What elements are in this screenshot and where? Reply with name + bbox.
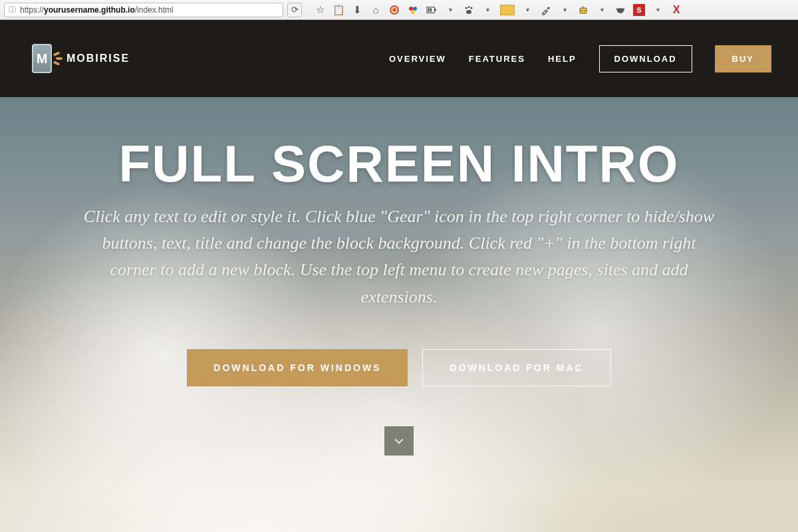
- url-prefix: https://: [20, 5, 44, 15]
- download-windows-button[interactable]: DOWNLOAD FOR WINDOWS: [187, 349, 408, 386]
- url-bar[interactable]: ⓘ https://yourusername.github.io/index.h…: [4, 3, 283, 17]
- clipboard-icon[interactable]: 📋: [332, 4, 344, 16]
- chevron-down-icon: [392, 434, 406, 448]
- dropdown-icon[interactable]: ▾: [444, 4, 456, 16]
- svg-point-5: [411, 10, 415, 14]
- x-badge-icon[interactable]: X: [670, 4, 682, 16]
- brand-name: MOBIRISE: [66, 53, 130, 65]
- paw-icon[interactable]: [463, 4, 475, 16]
- hero-buttons: DOWNLOAD FOR WINDOWS DOWNLOAD FOR MAC: [187, 349, 610, 386]
- nav-help[interactable]: HELP: [548, 54, 577, 64]
- mask-icon[interactable]: [614, 4, 626, 16]
- url-path: /index.html: [135, 5, 174, 15]
- nav-features[interactable]: FEATURES: [469, 54, 525, 64]
- brand-logo-letter: M: [32, 44, 52, 73]
- site-header: M MOBIRISE OVERVIEW FEATURES HELP DOWNLO…: [0, 20, 798, 97]
- brand-rays-icon: [55, 53, 61, 65]
- scroll-down-button[interactable]: [384, 426, 414, 456]
- svg-point-15: [581, 10, 583, 11]
- primary-nav: OVERVIEW FEATURES HELP DOWNLOAD BUY: [389, 45, 771, 72]
- duckduckgo-icon[interactable]: [388, 4, 400, 16]
- svg-rect-7: [428, 8, 430, 11]
- svg-point-13: [466, 10, 471, 14]
- download-button[interactable]: DOWNLOAD: [599, 45, 692, 72]
- svg-point-12: [470, 7, 472, 9]
- toolbar-icons: ☆ 📋 ⬇ ⌂ ▾ ▾ ▾ ▾ ▾ S ▾ X: [314, 4, 682, 16]
- home-icon[interactable]: ⌂: [370, 4, 382, 16]
- svg-rect-14: [580, 8, 587, 13]
- dropdown-icon[interactable]: ▾: [652, 4, 664, 16]
- battery-icon[interactable]: [426, 4, 438, 16]
- svg-point-2: [392, 8, 396, 12]
- s-badge-icon[interactable]: S: [633, 4, 645, 16]
- svg-point-16: [584, 10, 585, 11]
- nav-overview[interactable]: OVERVIEW: [389, 54, 446, 64]
- dropdown-icon[interactable]: ▾: [559, 4, 571, 16]
- hero-section: FULL SCREEN INTRO Click any text to edit…: [0, 97, 798, 532]
- buy-button[interactable]: BUY: [715, 45, 771, 72]
- dropdown-icon[interactable]: ▾: [521, 4, 533, 16]
- download-arrow-icon[interactable]: ⬇: [351, 4, 363, 16]
- robot-icon[interactable]: [577, 4, 589, 16]
- browser-toolbar: ⓘ https://yourusername.github.io/index.h…: [0, 0, 798, 20]
- brand[interactable]: M MOBIRISE: [27, 43, 130, 74]
- dropdown-icon[interactable]: ▾: [596, 4, 608, 16]
- brand-logo-icon: M: [27, 43, 57, 74]
- url-text: https://yourusername.github.io/index.htm…: [20, 5, 174, 15]
- svg-point-10: [465, 7, 467, 9]
- eyedropper-icon[interactable]: [540, 4, 552, 16]
- info-icon: ⓘ: [9, 5, 16, 15]
- refresh-button[interactable]: ⟳: [287, 3, 302, 17]
- download-mac-button[interactable]: DOWNLOAD FOR MAC: [422, 349, 610, 386]
- svg-point-4: [413, 7, 417, 11]
- star-icon[interactable]: ☆: [314, 4, 326, 16]
- hero-title[interactable]: FULL SCREEN INTRO: [119, 137, 680, 192]
- ruler-icon[interactable]: [500, 5, 515, 15]
- svg-point-3: [409, 7, 413, 11]
- colors-icon[interactable]: [407, 4, 419, 16]
- hero-subtitle[interactable]: Click any text to edit or style it. Clic…: [80, 203, 718, 311]
- dropdown-icon[interactable]: ▾: [481, 4, 493, 16]
- svg-rect-8: [430, 8, 432, 11]
- svg-rect-9: [435, 9, 436, 11]
- svg-point-11: [467, 5, 469, 7]
- url-host: yourusername.github.io: [44, 5, 135, 15]
